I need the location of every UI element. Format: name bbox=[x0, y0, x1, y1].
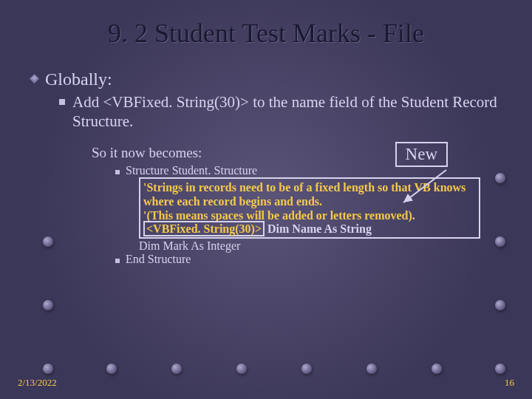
square-bullet-small-icon bbox=[115, 259, 120, 263]
dim-mark-line: Dim Mark As Integer bbox=[139, 239, 514, 253]
bullet-level-2: Add <VBFixed. String(30)> to the name fi… bbox=[59, 92, 514, 132]
bullet-level-4-close: End Structure bbox=[115, 253, 514, 266]
dim-name-line: <VBFixed. String(30)> Dim Name As String bbox=[143, 222, 476, 236]
add-line: Add <VBFixed. String(30)> to the name fi… bbox=[72, 92, 514, 132]
arrow-icon bbox=[381, 168, 470, 213]
new-callout-box: New bbox=[395, 142, 448, 167]
bullet-level-1: Globally: bbox=[31, 69, 514, 89]
dim-name-text: Dim Name As String bbox=[265, 222, 372, 235]
svg-line-0 bbox=[403, 170, 446, 202]
bullet-level-3: So it now becomes: New bbox=[92, 145, 514, 161]
so-it-becomes: So it now becomes: bbox=[92, 145, 202, 161]
square-bullet-small-icon bbox=[115, 170, 120, 174]
slide-container: 9. 2 Student Test Marks - File Globally:… bbox=[0, 0, 532, 399]
struct-open: Structure Student. Structure bbox=[126, 164, 257, 177]
vbfixed-attr: <VBFixed. String(30)> bbox=[143, 221, 265, 236]
footer-page-number: 16 bbox=[505, 377, 514, 389]
square-bullet-icon bbox=[59, 99, 65, 105]
after-box: Dim Mark As Integer bbox=[139, 239, 514, 253]
struct-close: End Structure bbox=[126, 253, 191, 266]
add-line-prefix: Add bbox=[72, 93, 103, 111]
globally-label: Globally: bbox=[45, 69, 112, 89]
slide-title: 9. 2 Student Test Marks - File bbox=[18, 18, 514, 49]
add-line-code: <VBFixed. String(30)> bbox=[103, 93, 249, 111]
footer-date: 2/13/2022 bbox=[18, 377, 57, 389]
diamond-bullet-icon bbox=[30, 74, 39, 83]
